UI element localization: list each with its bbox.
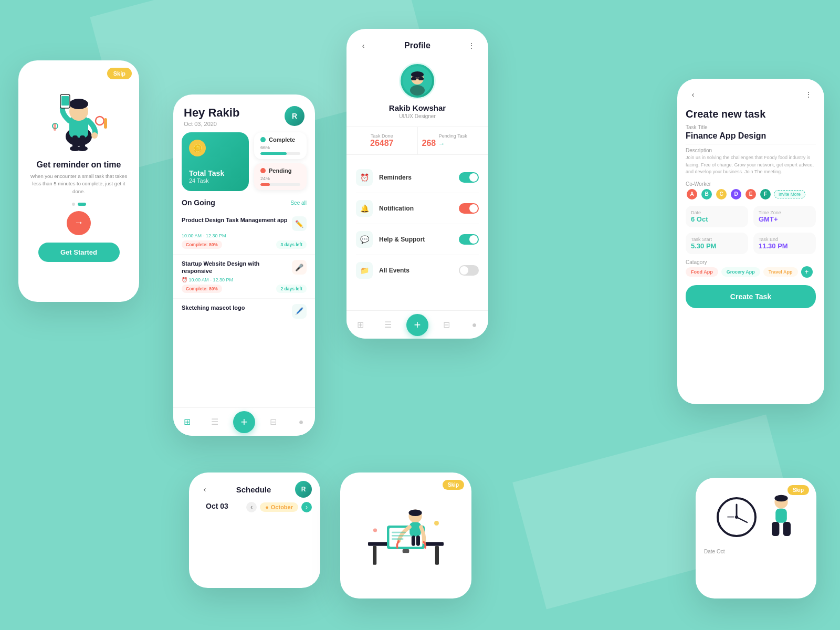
category-travel[interactable]: Travel App <box>763 267 798 277</box>
svg-rect-6 <box>61 96 69 106</box>
task-1-header: Product Design Task Management app ✏️ <box>182 216 307 231</box>
task-title-value: Finance App Design <box>686 131 816 141</box>
svg-rect-20 <box>418 77 424 80</box>
category-add-button[interactable]: + <box>801 266 813 278</box>
back-button[interactable]: ‹ <box>356 38 371 53</box>
profile-avatar <box>399 62 436 99</box>
pending-progress <box>260 183 300 186</box>
profile-nav-dot[interactable]: ● <box>465 316 484 334</box>
co-worker-label: Co-Worker <box>686 181 816 187</box>
profile-nav-list[interactable]: ⊟ <box>437 316 456 334</box>
dot-2 <box>78 203 86 206</box>
profile-nav-add[interactable]: + <box>406 314 428 336</box>
profile-header: ‹ Profile ⋮ <box>346 29 488 58</box>
svg-rect-48 <box>783 522 790 536</box>
svg-rect-31 <box>410 522 421 537</box>
see-all-button[interactable]: See all <box>290 200 307 206</box>
toggle-list: ⏰ Reminders 🔔 Notification 💬 Help & Supp… <box>346 162 488 286</box>
notification-toggle[interactable] <box>459 203 479 214</box>
co-worker-avatar-3: C <box>715 188 728 201</box>
svg-rect-32 <box>412 536 415 546</box>
get-started-button[interactable]: Get Started <box>38 243 120 262</box>
month-badge: ● October <box>260 502 298 512</box>
complete-header: Complete <box>260 136 300 143</box>
svg-rect-28 <box>403 549 410 553</box>
task-item-2: Startup Website Design with responsive 🎤… <box>173 255 315 299</box>
task-2-icon: 🎤 <box>292 260 307 275</box>
nav-dot-icon[interactable]: ● <box>292 413 311 432</box>
nav-home-icon[interactable]: ⊞ <box>177 413 196 432</box>
date-oct-label: Date Oct <box>696 549 816 554</box>
profile-nav-home[interactable]: ⊞ <box>351 316 370 334</box>
task-3-icon: 🖊️ <box>292 304 307 319</box>
events-knob <box>460 266 468 275</box>
pending-pct: 24% <box>260 176 300 181</box>
notification-label: Notification <box>379 205 453 212</box>
pending-label: Pending <box>269 167 291 174</box>
task-2-header: Startup Website Design with responsive 🎤 <box>182 260 307 275</box>
skip2-button[interactable]: Skip <box>443 480 464 490</box>
toggle-all-events: 📁 All Events <box>356 255 479 286</box>
profile-nav-filter[interactable]: ☰ <box>379 316 397 334</box>
nav-add-button[interactable]: + <box>233 411 255 433</box>
schedule-avatar: R <box>295 481 312 498</box>
user-avatar[interactable]: R <box>285 106 304 126</box>
svg-point-11 <box>77 146 88 151</box>
onboarding-dots <box>18 203 139 206</box>
co-worker-avatar-2: B <box>700 188 713 201</box>
schedule-title: Schedule <box>212 485 295 494</box>
month-next-button[interactable]: › <box>301 502 312 512</box>
toggle-reminders: ⏰ Reminders <box>356 162 479 193</box>
svg-rect-47 <box>772 522 779 536</box>
schedule-back[interactable]: ‹ <box>197 482 212 497</box>
create-task-button[interactable]: Create Task <box>686 285 816 308</box>
complete-pct: 66% <box>260 145 300 150</box>
help-label: Help & Support <box>379 236 453 243</box>
nav-list-icon[interactable]: ⊟ <box>264 413 283 432</box>
profile-avatar-section: Rakib Kowshar UI/UX Designer <box>346 62 488 119</box>
svg-point-3 <box>69 99 88 109</box>
svg-rect-24 <box>373 546 376 565</box>
complete-progress <box>260 152 300 155</box>
invite-more-button[interactable]: Invite More <box>774 190 805 198</box>
category-food[interactable]: Food App <box>686 267 718 277</box>
reminders-knob <box>469 173 478 182</box>
category-grocery[interactable]: Grocery App <box>721 267 760 277</box>
task-1-complete: Complete: 80% <box>182 240 222 249</box>
svg-line-42 <box>737 517 747 522</box>
task-2-complete: Complete: 80% <box>182 285 222 293</box>
coin-icon: 🪙 <box>189 140 206 156</box>
notification-icon: 🔔 <box>360 204 369 213</box>
help-toggle[interactable] <box>459 234 479 245</box>
date-timezone-row: Date 6 Oct Time Zone GMT+ <box>686 206 816 227</box>
task-done-stat: Task Done 26487 <box>346 127 418 154</box>
co-worker-avatar-4: D <box>730 188 742 201</box>
complete-label: Complete <box>269 136 295 143</box>
total-task-label: Total Task <box>189 169 242 177</box>
next-button[interactable]: → <box>67 211 91 235</box>
task-end-value: 11.30 PM <box>759 242 811 250</box>
skip3-button[interactable]: Skip <box>788 485 809 495</box>
profile-bottom-nav: ⊞ ☰ + ⊟ ● <box>346 310 488 339</box>
month-prev-button[interactable]: ‹ <box>246 502 257 512</box>
svg-rect-43 <box>727 516 734 518</box>
task-1-icon: ✏️ <box>292 216 307 231</box>
pending-header: Pending <box>260 167 300 174</box>
more-button[interactable]: ⋮ <box>464 38 479 53</box>
events-toggle[interactable] <box>459 265 479 276</box>
pending-task-stat: Pending Task 268 → <box>418 127 489 154</box>
dashboard-greeting: Hey Rakib <box>184 106 239 120</box>
month-nav: ‹ ● October › <box>246 502 312 512</box>
nav-filter-icon[interactable]: ☰ <box>205 413 224 432</box>
task-done-label: Task Done <box>351 133 413 139</box>
reminders-toggle[interactable] <box>459 172 479 183</box>
create-task-card: ‹ ⋮ Create new task Task Title Finance A… <box>677 79 824 404</box>
svg-rect-33 <box>416 536 420 546</box>
onboarding-title: Get reminder on time <box>28 160 130 170</box>
task-start-label: Task Start <box>691 237 743 242</box>
create-task-back[interactable]: ‹ <box>686 87 700 102</box>
create-task-more[interactable]: ⋮ <box>801 87 816 102</box>
schedule-card: ‹ Schedule R Oct 03 ‹ ● October › <box>189 472 320 588</box>
svg-point-12 <box>96 117 104 125</box>
onboarding3-card: Skip Date Oct <box>696 478 816 598</box>
